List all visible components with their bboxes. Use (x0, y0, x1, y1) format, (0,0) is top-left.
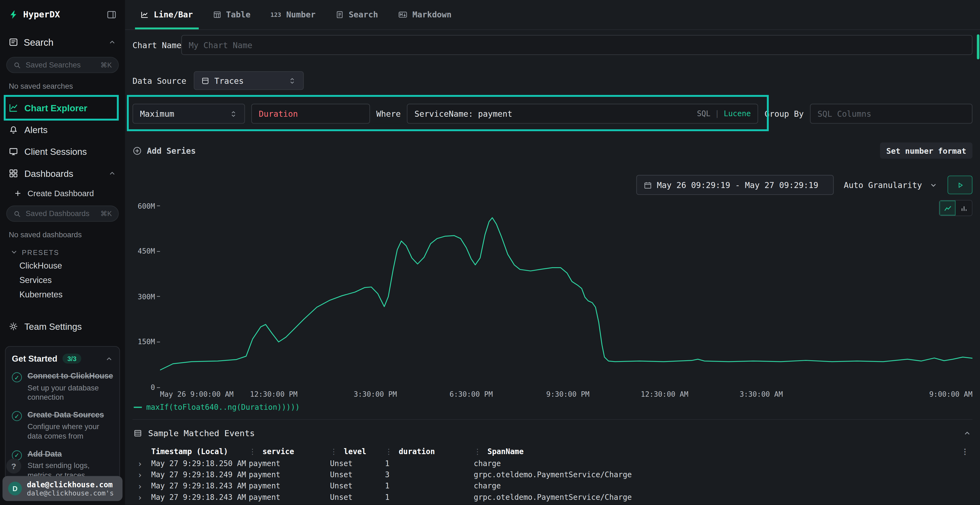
search-section-header[interactable]: Search (0, 30, 125, 54)
tab-label: Search (349, 10, 378, 19)
line-style-button[interactable] (939, 200, 956, 216)
column-header-duration[interactable]: ⋮duration (385, 447, 474, 456)
event-row[interactable]: › May 27 9:29:18.243 AM payment Unset 1 … (132, 492, 973, 503)
saved-searches-placeholder: Saved Searches (25, 61, 81, 69)
create-dashboard-button[interactable]: Create Dashboard (0, 184, 125, 202)
saved-dashboards-placeholder: Saved Dashboards (25, 209, 89, 218)
help-button[interactable]: ? (6, 459, 21, 473)
date-range-input[interactable]: May 26 09:29:19 - May 27 09:29:19 (636, 175, 834, 195)
expand-row-icon[interactable]: › (132, 481, 151, 491)
sidebar-item-dashboards[interactable]: Dashboards (0, 162, 125, 184)
column-header-service[interactable]: ⋮service (249, 447, 330, 456)
user-menu[interactable]: D dale@clickhouse.com dale@clickhouse.co… (2, 476, 123, 501)
event-row[interactable]: › May 27 9:29:18.243 AM payment Unset 1 … (132, 481, 973, 492)
cell-duration: 1 (385, 481, 474, 490)
event-row[interactable]: › May 27 9:29:18.249 AM payment Unset 3 … (132, 469, 973, 480)
check-circle-icon: ✓ (12, 372, 22, 382)
table-options-icon[interactable]: ⋮ (958, 447, 972, 456)
event-row[interactable]: › May 27 9:29:18.250 AM payment Unset 1 … (132, 458, 973, 469)
y-tick-label: 0 (151, 383, 160, 392)
table-icon (213, 11, 221, 19)
tab-number[interactable]: 123 Number (262, 0, 324, 29)
scrollbar-thumb[interactable] (977, 34, 979, 59)
cell-level: Unset (330, 459, 385, 468)
tab-search[interactable]: Search (328, 0, 386, 29)
where-label: Where (376, 109, 401, 118)
plus-circle-icon (132, 146, 142, 155)
cell-timestamp: May 27 9:29:18.243 AM (151, 493, 249, 502)
expand-row-icon[interactable]: › (132, 470, 151, 480)
chevron-up-icon (105, 354, 113, 363)
sidebar-item-team-settings[interactable]: Team Settings (0, 315, 125, 337)
get-started-item-desc: Set up your database connection (27, 383, 113, 403)
column-separator: ⋮ (330, 447, 337, 456)
search-section-icon (9, 38, 18, 47)
cell-level: Unset (330, 470, 385, 479)
brand-row: HyperDX (0, 0, 125, 21)
column-header-timestamp[interactable]: Timestamp (Local) (151, 447, 249, 456)
preset-item-clickhouse[interactable]: ClickHouse (0, 259, 125, 273)
data-source-select[interactable]: Traces (194, 71, 304, 90)
preset-item-services[interactable]: Services (0, 273, 125, 287)
presets-toggle[interactable]: PRESETS (0, 243, 125, 259)
y-tick-label: 150M (138, 338, 160, 346)
chevron-down-icon (10, 248, 18, 256)
saved-dashboards-input[interactable]: Saved Dashboards ⌘K (6, 205, 119, 222)
cell-service: payment (249, 470, 330, 479)
group-by-input[interactable]: SQL Columns (810, 104, 972, 124)
toggle-divider: | (715, 110, 719, 118)
expand-row-icon[interactable]: › (132, 459, 151, 468)
cell-service: payment (249, 459, 330, 468)
group-by-placeholder: SQL Columns (818, 109, 871, 118)
chart[interactable]: 600M450M300M150M0 (132, 200, 973, 387)
column-header-spanname[interactable]: ⋮SpanName (474, 447, 958, 456)
chart-name-input[interactable]: My Chart Name (181, 35, 973, 55)
column-separator: ⋮ (474, 447, 481, 456)
check-circle-icon: ✓ (12, 411, 22, 421)
gear-icon (9, 322, 18, 331)
sql-toggle[interactable]: SQL (697, 110, 711, 118)
get-started-item-title: Connect to ClickHouse (27, 372, 113, 381)
cell-level: Unset (330, 493, 385, 502)
y-tick-label: 450M (138, 247, 160, 256)
granularity-select[interactable]: Auto Granularity (841, 175, 940, 195)
expand-row-icon[interactable]: › (132, 492, 151, 502)
preset-item-kubernetes[interactable]: Kubernetes (0, 287, 125, 302)
y-tick-label: 300M (138, 292, 160, 301)
column-header-level[interactable]: ⋮level (330, 447, 385, 456)
saved-searches-input[interactable]: Saved Searches ⌘K (6, 57, 119, 73)
collapse-sidebar-icon[interactable] (107, 10, 116, 19)
where-input[interactable]: ServiceName: payment SQL | Lucene (407, 104, 759, 124)
lucene-toggle[interactable]: Lucene (724, 110, 751, 118)
data-source-value: Traces (214, 76, 243, 85)
sidebar-item-alerts[interactable]: Alerts (0, 119, 125, 140)
sidebar-item-chart-explorer[interactable]: Chart Explorer (0, 97, 125, 119)
get-started-header[interactable]: Get Started 3/3 (12, 353, 113, 364)
x-tick-label: 3:30:00 PM (354, 390, 397, 399)
chart-legend[interactable]: maxIf(toFloat640..ng(Duration))))) (134, 403, 972, 412)
add-series-button[interactable]: Add Series (132, 146, 196, 155)
bar-style-button[interactable] (956, 200, 972, 216)
tab-line-bar[interactable]: Line/Bar (132, 0, 201, 29)
select-caret-icon (229, 110, 238, 118)
search-icon (13, 210, 21, 218)
collapse-events-icon[interactable] (963, 429, 971, 437)
x-tick-label: 3:30:00 AM (740, 390, 783, 399)
markdown-icon (398, 10, 407, 19)
chart-plot-area[interactable] (160, 200, 973, 387)
run-query-button[interactable] (948, 176, 973, 194)
chevron-up-icon (108, 169, 116, 178)
chart-name-placeholder: My Chart Name (189, 40, 252, 49)
set-number-format-button[interactable]: Set number format (880, 142, 973, 159)
sidebar-item-client-sessions[interactable]: Client Sessions (0, 141, 125, 162)
no-saved-searches-note: No saved searches (0, 76, 125, 94)
tab-markdown[interactable]: Markdown (390, 0, 460, 29)
cell-spanname: grpc.oteldemo.PaymentService/Charge (474, 493, 958, 502)
plus-icon (14, 189, 22, 197)
field-select[interactable]: Duration (251, 104, 370, 124)
tab-table[interactable]: Table (205, 0, 259, 29)
app-window: HyperDX Search Saved Searches ⌘K No save… (0, 0, 980, 505)
user-email: dale@clickhouse.com (27, 480, 114, 489)
aggregation-select[interactable]: Maximum (132, 104, 245, 124)
tab-label: Table (226, 10, 250, 19)
